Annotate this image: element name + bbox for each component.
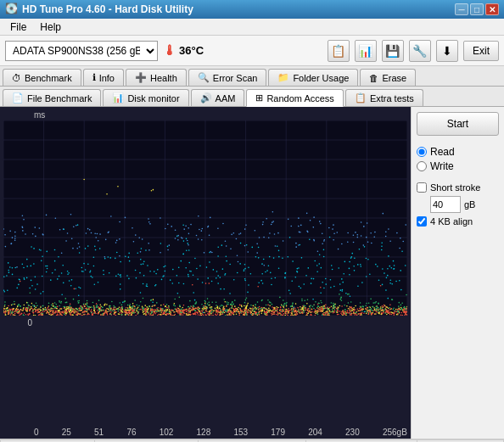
tab-file-benchmark-label: File Benchmark [27, 93, 92, 104]
health-icon: ➕ [135, 72, 147, 83]
toolbar-btn-2[interactable]: 📊 [355, 40, 377, 62]
tab-benchmark[interactable]: ⏱ Benchmark [3, 69, 81, 86]
toolbar-btn-4[interactable]: 🔧 [409, 40, 431, 62]
tab-extra-tests[interactable]: 📋 Extra tests [345, 89, 423, 106]
drive-select[interactable]: ADATA SP900NS38 (256 gB) [5, 41, 158, 61]
thermometer-icon: 🌡 [163, 43, 176, 59]
tab-health[interactable]: ➕ Health [126, 69, 187, 86]
menu-help[interactable]: Help [33, 20, 68, 35]
short-stroke-label[interactable]: Short stroke [417, 182, 499, 193]
tab-info-label: Info [99, 73, 115, 83]
short-stroke-text: Short stroke [430, 182, 480, 193]
start-button[interactable]: Start [417, 112, 499, 136]
tab-random-access[interactable]: ⊞ Random Access [246, 89, 343, 107]
tab-disk-monitor[interactable]: 📊 Disk monitor [103, 89, 188, 106]
tab-aam[interactable]: 🔊 AAM [191, 89, 245, 106]
results-table: transfer size operations / sec avg. acce… [0, 439, 504, 442]
app-icon: 💽 [5, 3, 19, 16]
x-axis: 0 25 51 76 102 128 153 179 204 230 256gB [34, 426, 407, 439]
tab-erase-label: Erase [382, 73, 406, 83]
extra-tests-icon: 📋 [355, 92, 367, 104]
file-benchmark-icon: 📄 [12, 92, 24, 104]
temperature-value: 36°C [179, 44, 204, 57]
spinbox-row: gB [430, 196, 499, 213]
folder-icon: 📁 [277, 72, 289, 83]
write-label: Write [430, 160, 454, 172]
tab-folder-usage[interactable]: 📁 Folder Usage [268, 69, 358, 86]
title-text: HD Tune Pro 4.60 - Hard Disk Utility [22, 3, 455, 15]
tabs-row-2: 📄 File Benchmark 📊 Disk monitor 🔊 AAM ⊞ … [0, 87, 504, 107]
write-radio-label[interactable]: Write [417, 160, 499, 172]
error-scan-icon: 🔍 [198, 72, 210, 83]
menu-file[interactable]: File [3, 20, 33, 35]
close-button[interactable]: ✕ [485, 3, 499, 15]
tabs-row-1: ⏱ Benchmark ℹ Info ➕ Health 🔍 Error Scan… [0, 66, 504, 87]
toolbar-btn-5[interactable]: ⬇ [436, 40, 458, 62]
tab-erase[interactable]: 🗑 Erase [360, 69, 416, 86]
tab-random-access-label: Random Access [266, 93, 333, 104]
benchmark-icon: ⏱ [12, 73, 21, 83]
gb-spinbox[interactable] [430, 196, 461, 213]
align-text: 4 KB align [430, 216, 473, 227]
window-controls: ─ □ ✕ [455, 3, 499, 15]
random-access-icon: ⊞ [255, 92, 263, 104]
y-axis-unit: ms [34, 110, 407, 120]
right-panel: Start Read Write Short stroke gB [411, 107, 504, 439]
tab-error-scan[interactable]: 🔍 Error Scan [188, 69, 267, 86]
tab-file-benchmark[interactable]: 📄 File Benchmark [3, 89, 101, 106]
read-radio-label[interactable]: Read [417, 146, 499, 158]
tab-info[interactable]: ℹ Info [83, 69, 124, 86]
benchmark-chart [3, 120, 407, 316]
tab-health-label: Health [150, 73, 177, 83]
tab-aam-label: AAM [216, 93, 236, 104]
toolbar-btn-1[interactable]: 📋 [328, 40, 350, 62]
disk-monitor-icon: 📊 [112, 92, 124, 104]
align-checkbox[interactable] [417, 216, 427, 227]
write-radio[interactable] [417, 161, 427, 171]
short-stroke-checkbox[interactable] [417, 182, 427, 193]
chart-section: ms 5.00 4.50 4.00 3.50 3.00 2.50 2.00 1.… [0, 107, 411, 439]
menu-bar: File Help [0, 19, 504, 36]
read-label: Read [430, 146, 455, 158]
title-bar: 💽 HD Tune Pro 4.60 - Hard Disk Utility ─… [0, 0, 504, 19]
erase-icon: 🗑 [369, 73, 378, 83]
aam-icon: 🔊 [200, 92, 212, 104]
align-label[interactable]: 4 KB align [417, 216, 499, 227]
tab-extra-tests-label: Extra tests [370, 93, 414, 104]
toolbar-btn-3[interactable]: 💾 [382, 40, 404, 62]
radio-group: Read Write [417, 143, 499, 176]
maximize-button[interactable]: □ [470, 3, 484, 15]
info-icon: ℹ [92, 72, 96, 83]
tab-error-scan-label: Error Scan [213, 73, 258, 83]
temperature-display: 🌡 36°C [163, 43, 204, 59]
checkbox-group: Short stroke gB 4 KB align [417, 182, 499, 227]
gb-unit: gB [464, 199, 475, 210]
tab-folder-label: Folder Usage [293, 73, 349, 83]
chart-with-axis: 5.00 4.50 4.00 3.50 3.00 2.50 2.00 1.50 … [3, 120, 407, 426]
read-radio[interactable] [417, 147, 427, 157]
main-content: ms 5.00 4.50 4.00 3.50 3.00 2.50 2.00 1.… [0, 107, 504, 439]
chart-wrapper [3, 120, 407, 426]
exit-button[interactable]: Exit [463, 41, 499, 61]
tab-disk-monitor-label: Disk monitor [127, 93, 179, 104]
toolbar: ADATA SP900NS38 (256 gB) 🌡 36°C 📋 📊 💾 🔧 … [0, 36, 504, 66]
tab-benchmark-label: Benchmark [25, 73, 72, 83]
minimize-button[interactable]: ─ [455, 3, 468, 15]
